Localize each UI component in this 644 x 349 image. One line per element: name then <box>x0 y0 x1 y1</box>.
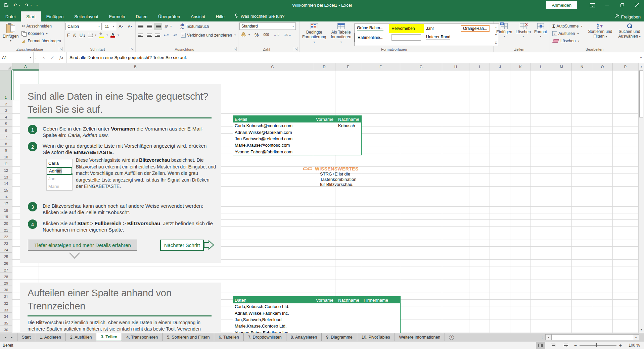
row-header[interactable]: 4 <box>0 113 12 120</box>
accounting-format-button[interactable] <box>239 31 251 39</box>
column-header[interactable]: F <box>361 63 400 70</box>
sheet-tab[interactable]: 7. Dropdownlisten <box>244 333 286 341</box>
scroll-down-icon[interactable]: ▾ <box>639 326 644 333</box>
sheet-tab[interactable]: Start <box>17 333 35 341</box>
zoom-out-button[interactable]: − <box>574 343 577 348</box>
underline-button[interactable]: U <box>78 32 87 39</box>
customize-qat-icon[interactable]: ▿̶ <box>37 4 38 7</box>
alignment-dialog-launcher-icon[interactable]: ↘ <box>233 47 237 51</box>
fill-button[interactable]: ↓Ausfüllen <box>551 30 584 37</box>
close-button[interactable] <box>629 0 644 10</box>
table-row[interactable]: Yvonne.Faber@fabrikam.com <box>233 149 361 155</box>
ribbon-tab-datei[interactable]: Datei <box>0 11 21 21</box>
row-header[interactable]: 32 <box>0 299 12 306</box>
zoom-level[interactable]: 100 % <box>625 343 640 348</box>
font-dialog-launcher-icon[interactable]: ↘ <box>130 47 134 51</box>
table-row[interactable]: Carla,Kobusch,Contoso Ltd. <box>233 303 400 310</box>
row-header[interactable]: 28 <box>0 273 12 280</box>
column-header[interactable]: B <box>39 63 232 70</box>
clear-button[interactable]: Löschen <box>551 37 584 45</box>
row-header[interactable]: 22 <box>0 233 12 240</box>
undo-dropdown-icon[interactable]: ▾ <box>19 4 20 7</box>
row-header[interactable]: 3 <box>0 107 12 113</box>
column-header[interactable]: I <box>469 63 490 70</box>
number-dialog-launcher-icon[interactable]: ↘ <box>294 47 298 51</box>
column-header[interactable]: H <box>442 63 469 70</box>
share-button[interactable]: Freigeben <box>615 14 641 19</box>
ribbon-tab-seitenlayout[interactable]: Seitenlayout <box>69 11 104 21</box>
table-row[interactable]: Marie,Krause,Contoso Ltd. <box>233 323 400 329</box>
row-header[interactable]: 9 <box>0 147 12 153</box>
ribbon-display-options-icon[interactable] <box>585 0 600 10</box>
ribbon-tab-daten[interactable]: Daten <box>130 11 153 21</box>
column-header[interactable]: A <box>12 63 39 70</box>
ribbon-tab-start[interactable]: Start <box>21 11 41 21</box>
fill-color-button[interactable] <box>98 32 109 39</box>
bold-button[interactable]: F <box>65 32 72 39</box>
column-header[interactable]: N <box>572 63 592 70</box>
sheet-next-icon[interactable]: ▸ <box>11 336 13 339</box>
row-header[interactable]: 27 <box>0 266 12 273</box>
font-color-button[interactable]: A <box>109 32 120 39</box>
save-icon[interactable] <box>4 3 8 8</box>
zoom-in-button[interactable]: + <box>619 343 622 348</box>
row-header[interactable]: 19 <box>0 213 12 220</box>
cut-button[interactable]: ✂Ausschneiden <box>20 22 62 30</box>
comma-style-button[interactable]: 000 <box>262 31 270 39</box>
style-chip[interactable]: OrangeRah... <box>458 24 493 33</box>
row-header[interactable]: 2 <box>0 100 12 107</box>
sheet-tab[interactable]: 10. PivotTables <box>357 333 395 341</box>
orientation-button[interactable]: ab <box>163 23 173 30</box>
column-header[interactable]: J <box>490 63 510 70</box>
column-header[interactable]: K <box>510 63 531 70</box>
format-cells-button[interactable]: Format ▾ <box>533 22 549 46</box>
column-header[interactable]: D <box>313 63 335 70</box>
row-header[interactable]: 15 <box>0 186 12 193</box>
row-header[interactable]: 35 <box>0 319 12 326</box>
row-header[interactable]: 5 <box>0 120 12 127</box>
normal-view-button[interactable] <box>536 342 545 349</box>
cancel-icon[interactable]: × <box>40 55 48 60</box>
scroll-up-icon[interactable]: ▴ <box>639 63 644 70</box>
insert-cells-button[interactable]: Einfügen ▾ <box>495 22 514 46</box>
row-header[interactable]: 21 <box>0 226 12 233</box>
page-layout-view-button[interactable] <box>549 342 558 349</box>
column-header[interactable]: C <box>232 63 313 70</box>
hscroll-left-icon[interactable]: ◂ <box>546 336 551 339</box>
row-header[interactable]: 23 <box>0 240 12 246</box>
table-row[interactable]: Adrian.Wilske@fabrikam.com <box>233 129 361 135</box>
row-header[interactable]: 11 <box>0 160 12 166</box>
undo-icon[interactable]: ↶ <box>13 3 17 7</box>
percent-style-button[interactable]: % <box>253 31 260 39</box>
grow-font-button[interactable]: A▲ <box>117 23 125 30</box>
row-header[interactable]: 25 <box>0 253 12 259</box>
ribbon-tab-ansicht[interactable]: Ansicht <box>185 11 211 21</box>
ribbon-tab-formeln[interactable]: Formeln <box>104 11 131 21</box>
copy-button[interactable]: Kopieren <box>20 30 62 37</box>
clipboard-dialog-launcher-icon[interactable]: ↘ <box>59 47 63 51</box>
row-header[interactable]: 12 <box>0 166 12 173</box>
column-header[interactable]: M <box>551 63 572 70</box>
increase-indent-button[interactable]: ⇥≡ <box>171 32 179 39</box>
column-header[interactable]: P <box>613 63 638 70</box>
format-as-table-button[interactable]: Als Tabelle formatieren ▾ <box>329 22 353 46</box>
row-header[interactable]: 14 <box>0 180 12 187</box>
borders-button[interactable] <box>87 32 98 39</box>
redo-dropdown-icon[interactable]: ▾ <box>30 4 32 7</box>
autosum-button[interactable]: ΣAutoSumme <box>551 22 584 30</box>
table-row[interactable]: Carla.Kobusch@contoso.com Kobusch <box>233 122 361 129</box>
row-header[interactable]: 20 <box>0 219 12 226</box>
row-header[interactable]: 33 <box>0 306 12 313</box>
number-format-combo[interactable]: Standard▾ <box>239 22 296 30</box>
vertical-scrollbar[interactable]: ▴ ▾ <box>638 63 644 333</box>
ribbon-tab-ueberpruefen[interactable]: Überprüfen <box>153 11 185 21</box>
italic-button[interactable]: K <box>72 32 78 39</box>
hscroll-right-icon[interactable]: ▸ <box>633 336 639 339</box>
sign-in-button[interactable]: Anmelden <box>546 1 577 9</box>
row-header[interactable]: 36 <box>0 326 12 333</box>
row-header[interactable]: 13 <box>0 173 12 180</box>
enter-icon[interactable]: ✓ <box>48 55 56 60</box>
name-box-splitter[interactable]: ⁞ <box>34 52 38 63</box>
format-painter-button[interactable]: ◢Format übertragen <box>20 37 62 45</box>
sheet-tab[interactable]: 9. Diagramme <box>322 333 357 341</box>
